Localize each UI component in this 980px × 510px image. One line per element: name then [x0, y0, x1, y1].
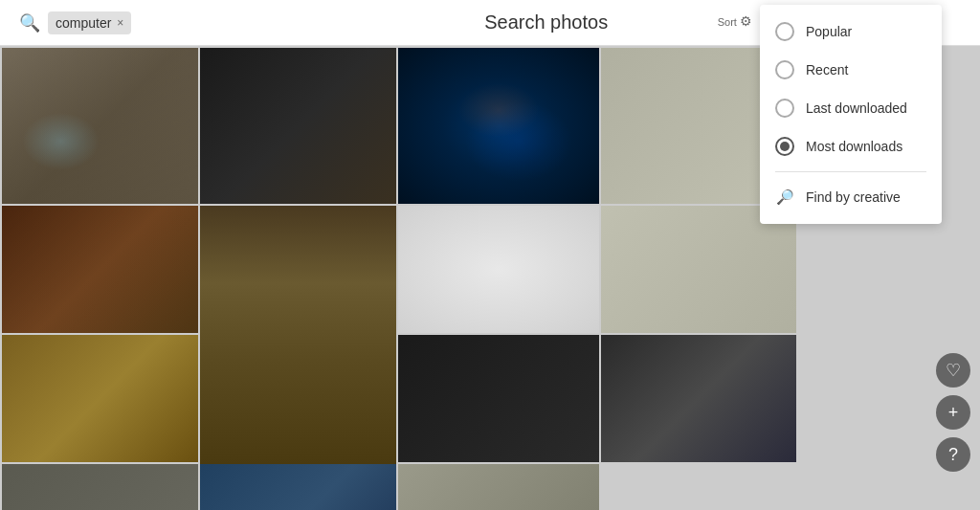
- photo-cell-12[interactable]: [2, 464, 198, 510]
- search-icon: 🔍: [19, 12, 40, 33]
- radio-last-downloaded: [775, 99, 794, 118]
- photo-cell-1[interactable]: [2, 48, 198, 204]
- plus-icon: +: [948, 403, 959, 423]
- add-button[interactable]: +: [936, 395, 970, 430]
- sort-option-most-downloads[interactable]: Most downloads: [760, 127, 942, 166]
- sort-label-recent: Recent: [806, 62, 848, 78]
- radio-popular: [775, 22, 794, 41]
- search-tag-text: computer: [56, 15, 111, 31]
- photo-cell-6[interactable]: [200, 206, 396, 464]
- sort-divider: [775, 171, 926, 172]
- radio-recent: [775, 60, 794, 79]
- heart-icon: ♡: [946, 360, 961, 381]
- sort-button[interactable]: Sort ⚙: [718, 13, 752, 29]
- photo-cell-14[interactable]: [398, 464, 599, 510]
- photo-cell-10[interactable]: [398, 335, 599, 462]
- sort-option-find-by-creative[interactable]: 🔎 Find by creative: [760, 178, 942, 216]
- sort-label-find-by-creative: Find by creative: [806, 189, 901, 205]
- sort-sliders-icon: ⚙: [740, 13, 752, 29]
- sort-option-recent[interactable]: Recent: [760, 51, 942, 89]
- photo-cell-7[interactable]: [398, 206, 599, 333]
- help-button[interactable]: ?: [936, 437, 970, 472]
- search-tag[interactable]: computer ×: [48, 11, 131, 34]
- photo-cell-9[interactable]: [2, 335, 198, 462]
- sort-label-last-downloaded: Last downloaded: [806, 100, 907, 116]
- sort-button-label: Sort: [718, 16, 737, 28]
- sort-option-popular[interactable]: Popular: [760, 12, 942, 51]
- favorite-button[interactable]: ♡: [936, 353, 970, 388]
- photo-cell-3[interactable]: [398, 48, 599, 204]
- question-icon: ?: [948, 445, 958, 465]
- sort-label-most-downloads: Most downloads: [806, 139, 902, 154]
- photo-cell-8[interactable]: [601, 206, 796, 333]
- search-creative-icon: 🔎: [775, 188, 794, 207]
- photo-cell-13[interactable]: [200, 464, 396, 510]
- photo-cell-11[interactable]: [601, 335, 796, 462]
- sort-option-last-downloaded[interactable]: Last downloaded: [760, 89, 942, 127]
- search-tag-close[interactable]: ×: [117, 16, 123, 30]
- photo-cell-2[interactable]: [200, 48, 396, 204]
- fab-group: ♡ + ?: [936, 353, 970, 472]
- sort-label-popular: Popular: [806, 24, 852, 39]
- radio-most-downloads: [775, 137, 794, 156]
- sort-dropdown: Popular Recent Last downloaded Most down…: [760, 5, 942, 224]
- photo-cell-5[interactable]: [2, 206, 198, 333]
